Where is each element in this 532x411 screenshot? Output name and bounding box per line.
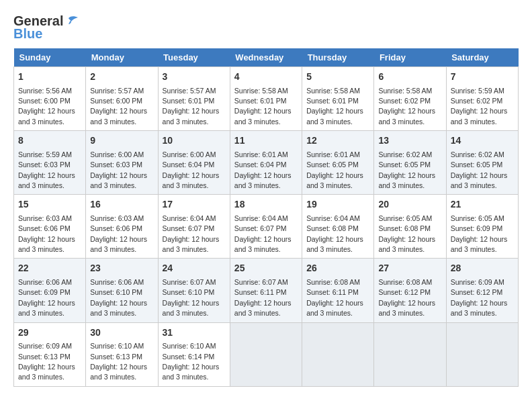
day-number: 5 xyxy=(306,71,369,84)
day-number: 1 xyxy=(18,71,81,84)
calendar-cell: 15 Sunrise: 6:03 AMSunset: 6:06 PMDaylig… xyxy=(14,195,86,259)
day-info: Sunrise: 6:04 AMSunset: 6:08 PMDaylight:… xyxy=(306,214,363,253)
calendar-cell: 20 Sunrise: 6:05 AMSunset: 6:08 PMDaylig… xyxy=(374,195,446,259)
day-number: 17 xyxy=(163,198,226,212)
day-number: 28 xyxy=(451,262,514,275)
column-header-saturday: Saturday xyxy=(446,48,518,67)
day-info: Sunrise: 6:04 AMSunset: 6:07 PMDaylight:… xyxy=(234,214,292,253)
calendar-cell: 6 Sunrise: 5:58 AMSunset: 6:02 PMDayligh… xyxy=(374,67,446,131)
day-info: Sunrise: 5:58 AMSunset: 6:01 PMDaylight:… xyxy=(234,87,292,126)
day-info: Sunrise: 6:09 AMSunset: 6:13 PMDaylight:… xyxy=(18,342,75,381)
column-header-sunday: Sunday xyxy=(14,48,86,67)
day-number: 21 xyxy=(451,198,514,212)
calendar-cell: 22 Sunrise: 6:06 AMSunset: 6:09 PMDaylig… xyxy=(14,259,86,322)
calendar-cell: 31 Sunrise: 6:10 AMSunset: 6:14 PMDaylig… xyxy=(158,322,230,386)
calendar-cell: 10 Sunrise: 6:00 AMSunset: 6:04 PMDaylig… xyxy=(158,131,230,195)
calendar-cell: 26 Sunrise: 6:08 AMSunset: 6:11 PMDaylig… xyxy=(302,259,374,322)
header-row: SundayMondayTuesdayWednesdayThursdayFrid… xyxy=(14,48,519,67)
calendar-cell: 17 Sunrise: 6:04 AMSunset: 6:07 PMDaylig… xyxy=(158,195,230,259)
day-info: Sunrise: 6:00 AMSunset: 6:03 PMDaylight:… xyxy=(90,150,147,189)
week-row-3: 15 Sunrise: 6:03 AMSunset: 6:06 PMDaylig… xyxy=(14,195,519,259)
calendar-cell: 7 Sunrise: 5:59 AMSunset: 6:02 PMDayligh… xyxy=(446,67,518,131)
day-info: Sunrise: 6:10 AMSunset: 6:13 PMDaylight:… xyxy=(90,342,147,381)
week-row-4: 22 Sunrise: 6:06 AMSunset: 6:09 PMDaylig… xyxy=(14,259,519,322)
day-info: Sunrise: 6:06 AMSunset: 6:09 PMDaylight:… xyxy=(18,278,75,317)
day-info: Sunrise: 6:01 AMSunset: 6:05 PMDaylight:… xyxy=(306,150,363,189)
calendar-cell: 19 Sunrise: 6:04 AMSunset: 6:08 PMDaylig… xyxy=(302,195,374,259)
day-number: 22 xyxy=(18,262,81,275)
calendar-cell: 1 Sunrise: 5:56 AMSunset: 6:00 PMDayligh… xyxy=(14,67,86,131)
day-info: Sunrise: 6:08 AMSunset: 6:12 PMDaylight:… xyxy=(378,278,435,317)
calendar-table: SundayMondayTuesdayWednesdayThursdayFrid… xyxy=(13,48,519,387)
calendar-cell xyxy=(230,322,302,386)
header: General Blue xyxy=(13,13,519,42)
day-info: Sunrise: 6:03 AMSunset: 6:06 PMDaylight:… xyxy=(90,214,147,253)
day-number: 6 xyxy=(378,71,441,84)
week-row-5: 29 Sunrise: 6:09 AMSunset: 6:13 PMDaylig… xyxy=(14,322,519,386)
calendar-cell: 12 Sunrise: 6:01 AMSunset: 6:05 PMDaylig… xyxy=(302,131,374,195)
column-header-friday: Friday xyxy=(374,48,446,67)
day-info: Sunrise: 6:09 AMSunset: 6:12 PMDaylight:… xyxy=(451,278,508,317)
day-info: Sunrise: 5:57 AMSunset: 6:01 PMDaylight:… xyxy=(163,87,220,126)
calendar-cell: 3 Sunrise: 5:57 AMSunset: 6:01 PMDayligh… xyxy=(158,67,230,131)
day-number: 16 xyxy=(90,198,153,212)
calendar-cell: 29 Sunrise: 6:09 AMSunset: 6:13 PMDaylig… xyxy=(14,322,86,386)
calendar-cell xyxy=(446,322,518,386)
column-header-wednesday: Wednesday xyxy=(230,48,302,67)
day-number: 10 xyxy=(163,134,226,148)
logo-blue: Blue xyxy=(13,26,42,42)
day-info: Sunrise: 6:07 AMSunset: 6:11 PMDaylight:… xyxy=(234,278,292,317)
day-info: Sunrise: 6:02 AMSunset: 6:05 PMDaylight:… xyxy=(451,150,508,189)
day-number: 7 xyxy=(451,71,514,84)
calendar-cell xyxy=(302,322,374,386)
logo: General Blue xyxy=(13,13,79,42)
day-number: 19 xyxy=(306,198,369,212)
week-row-2: 8 Sunrise: 5:59 AMSunset: 6:03 PMDayligh… xyxy=(14,131,519,195)
day-number: 25 xyxy=(234,262,298,275)
day-info: Sunrise: 6:10 AMSunset: 6:14 PMDaylight:… xyxy=(163,342,220,381)
day-info: Sunrise: 6:02 AMSunset: 6:05 PMDaylight:… xyxy=(378,150,435,189)
column-header-tuesday: Tuesday xyxy=(158,48,230,67)
calendar-cell: 24 Sunrise: 6:07 AMSunset: 6:10 PMDaylig… xyxy=(158,259,230,322)
day-info: Sunrise: 6:05 AMSunset: 6:08 PMDaylight:… xyxy=(378,214,435,253)
calendar-cell: 18 Sunrise: 6:04 AMSunset: 6:07 PMDaylig… xyxy=(230,195,302,259)
day-number: 24 xyxy=(163,262,226,275)
day-number: 20 xyxy=(378,198,441,212)
calendar-cell: 25 Sunrise: 6:07 AMSunset: 6:11 PMDaylig… xyxy=(230,259,302,322)
day-number: 8 xyxy=(18,134,81,148)
calendar-cell: 30 Sunrise: 6:10 AMSunset: 6:13 PMDaylig… xyxy=(86,322,158,386)
calendar-cell: 21 Sunrise: 6:05 AMSunset: 6:09 PMDaylig… xyxy=(446,195,518,259)
day-number: 23 xyxy=(90,262,153,275)
day-number: 11 xyxy=(234,134,298,148)
day-number: 4 xyxy=(234,71,298,84)
day-number: 26 xyxy=(306,262,369,275)
day-number: 12 xyxy=(306,134,369,148)
calendar-cell: 11 Sunrise: 6:01 AMSunset: 6:04 PMDaylig… xyxy=(230,131,302,195)
day-number: 9 xyxy=(90,134,153,148)
day-info: Sunrise: 5:56 AMSunset: 6:00 PMDaylight:… xyxy=(18,87,75,126)
day-info: Sunrise: 5:58 AMSunset: 6:01 PMDaylight:… xyxy=(306,87,363,126)
day-number: 29 xyxy=(18,326,81,340)
day-number: 18 xyxy=(234,198,298,212)
week-row-1: 1 Sunrise: 5:56 AMSunset: 6:00 PMDayligh… xyxy=(14,67,519,131)
day-info: Sunrise: 5:59 AMSunset: 6:03 PMDaylight:… xyxy=(18,150,75,189)
day-number: 13 xyxy=(378,134,441,148)
logo-bird-icon xyxy=(63,15,79,28)
calendar-cell: 2 Sunrise: 5:57 AMSunset: 6:00 PMDayligh… xyxy=(86,67,158,131)
day-number: 3 xyxy=(163,71,226,84)
day-info: Sunrise: 6:06 AMSunset: 6:10 PMDaylight:… xyxy=(90,278,147,317)
column-header-thursday: Thursday xyxy=(302,48,374,67)
calendar-cell: 8 Sunrise: 5:59 AMSunset: 6:03 PMDayligh… xyxy=(14,131,86,195)
day-number: 2 xyxy=(90,71,153,84)
day-info: Sunrise: 6:07 AMSunset: 6:10 PMDaylight:… xyxy=(163,278,220,317)
calendar-cell: 5 Sunrise: 5:58 AMSunset: 6:01 PMDayligh… xyxy=(302,67,374,131)
day-number: 27 xyxy=(378,262,441,275)
calendar-cell: 4 Sunrise: 5:58 AMSunset: 6:01 PMDayligh… xyxy=(230,67,302,131)
calendar-cell: 9 Sunrise: 6:00 AMSunset: 6:03 PMDayligh… xyxy=(86,131,158,195)
day-info: Sunrise: 6:04 AMSunset: 6:07 PMDaylight:… xyxy=(163,214,220,253)
calendar-cell: 14 Sunrise: 6:02 AMSunset: 6:05 PMDaylig… xyxy=(446,131,518,195)
calendar-cell: 28 Sunrise: 6:09 AMSunset: 6:12 PMDaylig… xyxy=(446,259,518,322)
day-info: Sunrise: 6:00 AMSunset: 6:04 PMDaylight:… xyxy=(163,150,220,189)
day-number: 14 xyxy=(451,134,514,148)
day-number: 15 xyxy=(18,198,81,212)
